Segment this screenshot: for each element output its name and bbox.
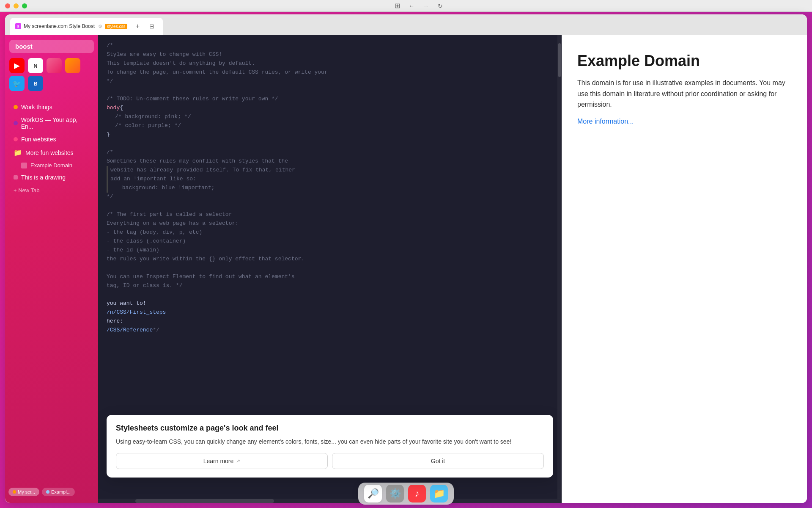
code-line [107,290,549,299]
got-it-label: Got it [431,458,445,464]
got-it-button[interactable]: Got it [332,453,544,469]
code-line [107,264,549,273]
sidebar: boost ▶ N 🐦 B Work things [5,35,98,503]
code-pane[interactable]: /* Styles are easy to change with CSS! T… [98,35,562,503]
tabs-bar: S My screenlane.com Style Boost ⚙ styles… [5,14,807,35]
youtube-icon[interactable]: ▶ [9,58,25,73]
sidebar-bottom-tab-1[interactable]: My scr... [8,488,39,496]
maximize-button[interactable] [22,3,27,8]
code-line: This template doesn't do anything by def… [107,59,549,68]
sidebar-item-fun-websites-label: Fun websites [21,136,56,143]
code-line: /* [107,148,549,157]
code-horizontal-scrollbar[interactable] [98,499,562,503]
example-domain-favicon [21,163,27,168]
blue-app-icon[interactable]: B [28,76,43,91]
minimize-button[interactable] [14,3,19,8]
code-line: /* color: purple; */ [107,121,549,130]
sidebar-item-work-things-label: Work things [21,104,52,110]
code-line: You can use Inspect Element to find out … [107,273,549,282]
learn-more-button[interactable]: Learn more ↗ [116,453,328,469]
sidebar-item-more-fun-websites[interactable]: 📁 More fun websites [8,146,96,159]
tooltip-body: Using easy-to-learn CSS, you can quickly… [116,437,544,446]
drawing-icon [14,175,18,179]
code-line: here: [107,317,549,326]
code-line: add an !important like so: [107,175,549,184]
preview-more-info-link[interactable]: More information... [577,118,634,125]
sidebar-item-drawing-label: This is a drawing [21,174,66,181]
reader-mode-button[interactable]: ⊟ [146,20,158,32]
tab-title: My screenlane.com Style Boost [24,23,95,29]
tooltip-overlay: Stylesheets customize a page's look and … [107,415,553,478]
tab-favicon: S [15,23,21,29]
sidebar-item-drawing[interactable]: This is a drawing [8,171,96,183]
back-button[interactable]: ← [406,0,417,12]
code-line: you want to! [107,299,549,308]
code-line: /CSS/Reference */ [107,326,549,335]
code-line [107,202,549,210]
main-pane: /* Styles are easy to change with CSS! T… [98,35,807,503]
mac-dock: 🔎 ⚙️ ♪ 📁 [358,483,454,505]
sidebar-bottom-tab-1-label: My scr... [18,489,35,494]
sidebar-item-workos-label: WorkOS — Your app, En... [21,116,90,130]
code-line: body { [107,104,549,113]
finder-dock-icon[interactable]: 🔎 [364,485,382,502]
notion-icon[interactable]: N [28,58,43,73]
work-things-dot [14,105,18,109]
colorful-app-icon[interactable] [65,58,80,73]
code-line: /n/CSS/First_steps [107,308,549,317]
code-line: */ [107,77,549,86]
sidebar-item-more-fun-websites-label: More fun websites [25,149,74,156]
sidebar-bottom-tab-2[interactable]: Exampl... [42,488,75,496]
code-line: - the class (.container) [107,237,549,246]
tab-filename-badge: styles.css [105,24,127,29]
code-line [107,86,549,95]
tab-add-button[interactable]: + [132,20,143,32]
code-line: tag, ID or class is. */ [107,282,549,290]
tooltip-title: Stylesheets customize a page's look and … [116,423,544,433]
code-line: /* The first part is called a selector [107,210,549,219]
pink-app-icon[interactable] [47,58,62,73]
music-dock-icon[interactable]: ♪ [408,485,426,502]
browser-window: S My screenlane.com Style Boost ⚙ styles… [5,14,807,503]
code-line: the rules you write within the {} only e… [107,255,549,264]
sidebar-item-workos[interactable]: WorkOS — Your app, En... [8,114,96,133]
system-prefs-dock-icon[interactable]: ⚙️ [386,485,404,502]
sidebar-item-work-things[interactable]: Work things [8,101,96,113]
tab2-dot [46,490,49,494]
code-line [107,139,549,148]
boost-button[interactable]: boost [9,40,94,53]
sidebar-divider [9,98,94,98]
learn-more-label: Learn more [203,458,234,464]
code-line: - the tag (body, div, p, etc) [107,228,549,237]
preview-body: This domain is for use in illustrative e… [577,77,792,110]
h-scrollbar-thumb [135,499,274,503]
workos-dot [14,121,18,125]
tooltip-buttons: Learn more ↗ Got it [116,453,544,469]
files-dock-icon[interactable]: 📁 [430,485,448,502]
code-line: Everything on a web page has a selector: [107,219,549,228]
sidebar-item-fun-websites[interactable]: Fun websites [8,133,96,145]
code-line: */ [107,193,549,202]
external-link-icon: ↗ [236,458,240,464]
sidebar-sub-item-example-domain[interactable]: Example Domain [8,160,96,171]
sidebar-toggle-button[interactable]: ⊞ [391,0,403,12]
code-vertical-scrollbar[interactable] [557,35,562,499]
code-line: To change the page, un-comment the defau… [107,68,549,77]
sidebar-bottom-tab-2-label: Exampl... [51,489,71,494]
active-tab[interactable]: S My screenlane.com Style Boost ⚙ styles… [10,18,163,35]
scrollbar-thumb [558,43,561,77]
mac-titlebar: ⊞ ← → ↻ [0,0,812,12]
sidebar-bottom-tabs: My scr... Exampl... [5,484,98,498]
twitter-icon[interactable]: 🐦 [9,76,25,91]
code-line: Sometimes these rules may conflict with … [107,157,549,166]
code-line: /* background: pink; */ [107,113,549,121]
close-button[interactable] [5,3,10,8]
code-line: } [107,130,549,139]
preview-pane: Example Domain This domain is for use in… [562,35,807,503]
forward-button[interactable]: → [420,0,432,12]
code-line: Styles are easy to change with CSS! [107,50,549,59]
refresh-button[interactable]: ↻ [434,0,446,12]
code-line: /* [107,41,549,50]
sidebar-icons-row: ▶ N [5,58,98,73]
sidebar-new-tab-button[interactable]: + New Tab [8,185,96,196]
